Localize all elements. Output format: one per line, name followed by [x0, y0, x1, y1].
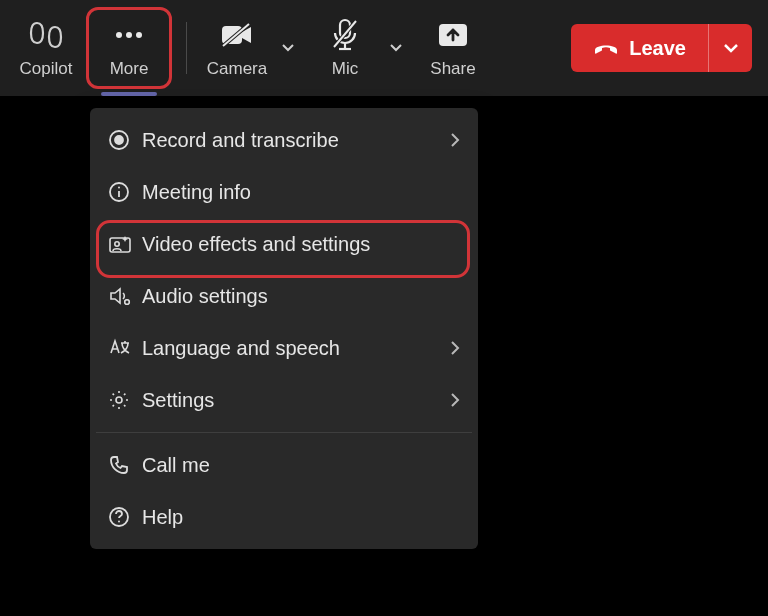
mic-button[interactable]: Mic: [305, 10, 385, 86]
menu-item-audio-settings[interactable]: Audio settings: [90, 270, 478, 322]
svg-point-0: [116, 32, 122, 38]
share-button[interactable]: Share: [413, 10, 493, 86]
menu-divider: [96, 432, 472, 433]
menu-item-label: Video effects and settings: [142, 233, 460, 256]
camera-button[interactable]: Camera: [197, 10, 277, 86]
copilot-icon: [29, 17, 63, 53]
gear-icon: [108, 389, 142, 411]
language-icon: [108, 337, 142, 359]
menu-item-call-me[interactable]: Call me: [90, 439, 478, 491]
menu-item-label: Language and speech: [142, 337, 450, 360]
camera-off-icon: [219, 17, 255, 53]
menu-item-meeting-info[interactable]: Meeting info: [90, 166, 478, 218]
svg-point-18: [115, 242, 119, 246]
share-icon: [437, 17, 469, 53]
svg-point-2: [136, 32, 142, 38]
menu-item-label: Record and transcribe: [142, 129, 450, 152]
menu-item-settings[interactable]: Settings: [90, 374, 478, 426]
copilot-button[interactable]: Copilot: [6, 10, 86, 86]
svg-point-22: [118, 521, 120, 523]
chevron-right-icon: [450, 132, 460, 148]
hangup-icon: [593, 39, 619, 57]
more-button[interactable]: More: [86, 7, 172, 89]
toolbar-separator: [186, 22, 187, 74]
help-icon: [108, 506, 142, 528]
svg-point-16: [118, 187, 120, 189]
mic-off-icon: [330, 17, 360, 53]
speaker-settings-icon: [108, 285, 142, 307]
more-label: More: [110, 59, 149, 79]
menu-item-help[interactable]: Help: [90, 491, 478, 543]
svg-point-1: [126, 32, 132, 38]
record-icon: [108, 129, 142, 151]
svg-point-13: [115, 136, 123, 144]
menu-item-video-effects[interactable]: Video effects and settings: [90, 218, 478, 270]
menu-item-label: Call me: [142, 454, 460, 477]
menu-item-label: Settings: [142, 389, 450, 412]
video-effects-icon: [108, 234, 142, 254]
menu-item-language-speech[interactable]: Language and speech: [90, 322, 478, 374]
chevron-right-icon: [450, 340, 460, 356]
menu-item-label: Meeting info: [142, 181, 460, 204]
leave-label: Leave: [629, 37, 686, 60]
menu-item-label: Help: [142, 506, 460, 529]
leave-button-group: Leave: [571, 24, 752, 72]
more-icon: [114, 17, 144, 53]
info-icon: [108, 181, 142, 203]
leave-chevron[interactable]: [708, 24, 752, 72]
mic-label: Mic: [332, 59, 358, 79]
menu-item-record[interactable]: Record and transcribe: [90, 114, 478, 166]
more-active-indicator: [101, 92, 157, 96]
leave-button[interactable]: Leave: [571, 24, 708, 72]
mic-chevron[interactable]: [385, 10, 407, 86]
camera-label: Camera: [207, 59, 267, 79]
svg-point-20: [116, 397, 122, 403]
chevron-right-icon: [450, 392, 460, 408]
phone-icon: [108, 454, 142, 476]
menu-item-label: Audio settings: [142, 285, 460, 308]
meeting-toolbar: Copilot More Camera: [0, 0, 768, 96]
camera-chevron[interactable]: [277, 10, 299, 86]
copilot-label: Copilot: [20, 59, 73, 79]
more-menu: Record and transcribe Meeting info Video…: [90, 108, 478, 549]
share-label: Share: [430, 59, 475, 79]
